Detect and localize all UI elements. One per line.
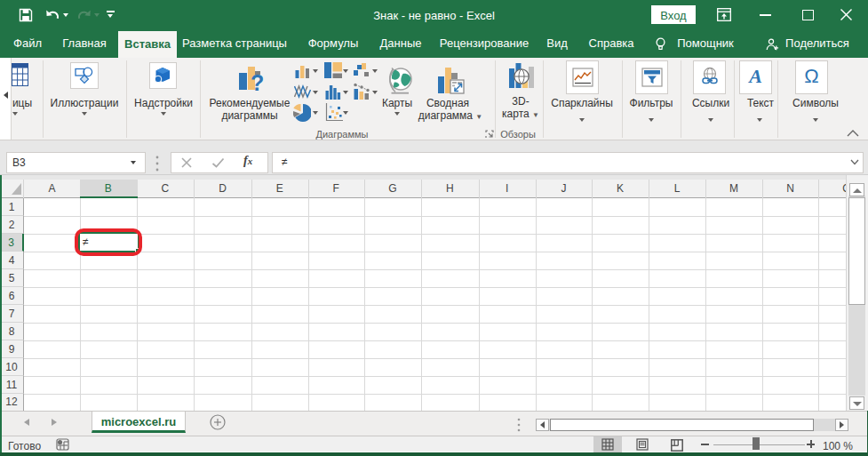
svg-text:?: ? xyxy=(251,70,264,92)
